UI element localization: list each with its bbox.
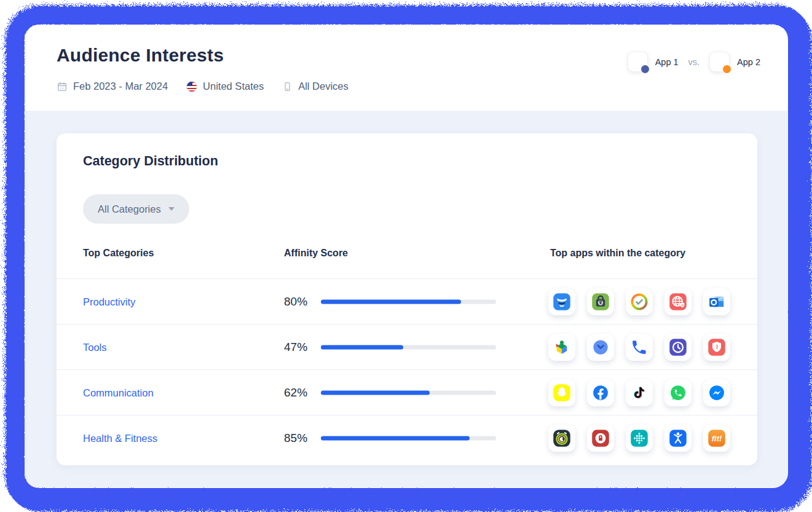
app-icons-group: [548, 334, 730, 361]
facebook-app-icon[interactable]: [587, 379, 614, 406]
chevron-down-icon: [168, 207, 175, 211]
messenger-app-icon[interactable]: [703, 379, 730, 406]
lock-bag-app-icon[interactable]: [587, 288, 614, 315]
column-top-categories: Top Categories: [83, 248, 154, 259]
lock-red-app-icon[interactable]: [587, 425, 614, 452]
snapchat-app-icon[interactable]: [548, 379, 575, 406]
app2-dot: [723, 65, 731, 73]
column-top-apps: Top apps within the category: [550, 248, 685, 259]
play-services-app-icon[interactable]: [548, 334, 575, 361]
app-icons-group: [548, 379, 730, 406]
fitbit-app-icon[interactable]: [626, 425, 653, 452]
category-link[interactable]: Tools: [83, 341, 107, 353]
app-icons-group: fit!: [548, 425, 730, 452]
page-header: Audience Interests Feb 2023 - Mar 2024 U…: [25, 25, 787, 111]
affinity-score-value: 62%: [284, 386, 307, 400]
affinity-score-value: 80%: [284, 295, 307, 309]
shield-stack-app-icon[interactable]: [548, 288, 575, 315]
calendar-icon: [57, 81, 68, 92]
svg-text:fit!: fit!: [712, 434, 722, 443]
column-affinity-score: Affinity Score: [284, 248, 348, 259]
app-compare-widget: App 1 vs. App 2: [628, 52, 760, 72]
devices-label: All Devices: [298, 81, 349, 92]
table-row: Health & Fitness85%fit!: [57, 416, 757, 461]
affinity-score-bar: [321, 299, 496, 304]
devices: All Devices: [282, 81, 349, 92]
clock-indigo-app-icon[interactable]: [664, 334, 692, 361]
app2-label: App 2: [737, 57, 760, 67]
country: United States: [186, 81, 264, 92]
category-link[interactable]: Health & Fitness: [83, 433, 157, 444]
app1-thumbnail[interactable]: [628, 52, 648, 72]
table-header: Top Categories Affinity Score Top apps w…: [57, 248, 757, 279]
us-flag-icon: [186, 81, 197, 92]
table-row: Productivity80%: [57, 279, 757, 325]
app1-dot: [641, 65, 649, 73]
rainbow-check-app-icon[interactable]: [626, 288, 653, 315]
category-filter-dropdown[interactable]: All Categories: [83, 194, 189, 224]
affinity-score-bar: [321, 436, 496, 441]
globe-shield-app-icon[interactable]: [664, 288, 692, 315]
category-link[interactable]: Communication: [83, 387, 154, 398]
report-meta: Feb 2023 - Mar 2024 United States All De…: [57, 81, 349, 92]
card-title: Category Distribution: [83, 154, 218, 169]
mobile-device-icon: [282, 81, 293, 92]
shield-coral-app-icon[interactable]: [703, 334, 730, 361]
page-title: Audience Interests: [57, 45, 224, 66]
date-range: Feb 2023 - Mar 2024: [57, 81, 168, 92]
country-label: United States: [203, 81, 264, 92]
dashboard-page: Audience Interests Feb 2023 - Mar 2024 U…: [25, 25, 787, 487]
table-body: Productivity80%Tools47%Communication62%H…: [57, 279, 757, 461]
affinity-score-value: 85%: [284, 431, 307, 445]
category-distribution-card: Category Distribution All Categories Top…: [57, 133, 757, 465]
app-window: Audience Interests Feb 2023 - Mar 2024 U…: [0, 0, 812, 512]
fit-exclaim-app-icon[interactable]: fit!: [703, 425, 730, 452]
phone-dialer-app-icon[interactable]: [626, 334, 653, 361]
vs-label: vs.: [688, 57, 700, 67]
outlook-app-icon[interactable]: [703, 288, 730, 315]
table-row: Communication62%: [57, 370, 757, 416]
category-filter-value: All Categories: [98, 203, 161, 215]
affinity-score-bar: [321, 345, 496, 349]
app1-label: App 1: [655, 57, 679, 67]
sleep-alarm-app-icon[interactable]: [548, 425, 575, 452]
clock-blue-app-icon[interactable]: [587, 334, 614, 361]
app2-thumbnail[interactable]: [709, 52, 730, 72]
affinity-score-bar: [321, 390, 496, 395]
date-range-label: Feb 2023 - Mar 2024: [73, 81, 168, 92]
affinity-score-value: 47%: [284, 341, 307, 354]
app-icons-group: [548, 288, 730, 315]
page-body: Category Distribution All Categories Top…: [25, 111, 787, 487]
myfitnesspal-app-icon[interactable]: [664, 425, 692, 452]
table-row: Tools47%: [57, 325, 757, 370]
category-link[interactable]: Productivity: [83, 296, 135, 307]
whatsapp-app-icon[interactable]: [664, 379, 692, 406]
tiktok-app-icon[interactable]: [626, 379, 653, 406]
